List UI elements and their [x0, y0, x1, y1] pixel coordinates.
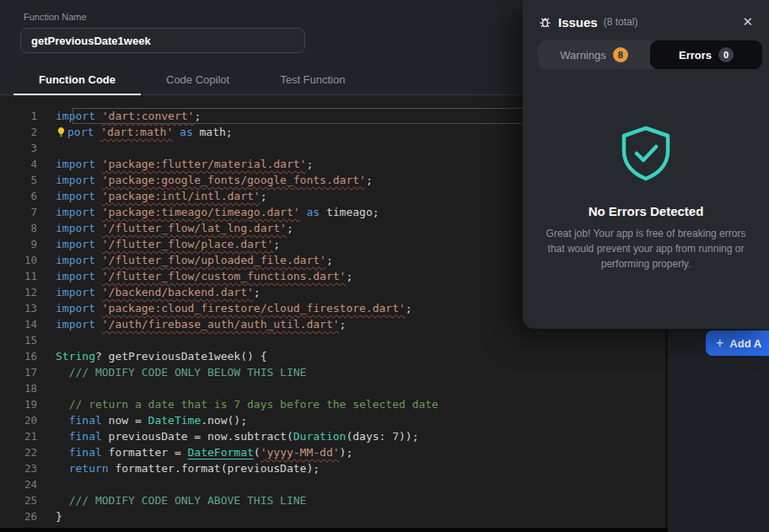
no-errors-description: Great job! Your app is free of breaking … — [541, 226, 750, 271]
line-number: 21 — [0, 428, 56, 444]
code-line[interactable]: 24 — [0, 476, 663, 492]
line-number: 5 — [0, 172, 56, 188]
close-icon[interactable]: ✕ — [738, 13, 757, 31]
function-name-input[interactable] — [20, 28, 305, 53]
bug-icon — [538, 15, 552, 30]
code-line[interactable]: 19 // return a date that is 7 days befor… — [0, 396, 663, 412]
add-button[interactable]: + Add A — [706, 330, 769, 356]
no-errors-title: No Errors Detected — [523, 204, 769, 218]
code-line[interactable]: 21 final previousDate = now.subtract(Dur… — [0, 428, 663, 444]
line-number: 7 — [0, 204, 56, 220]
code-line[interactable]: 26} — [0, 508, 663, 524]
code-line[interactable]: 22 final formatter = DateFormat('yyyy-MM… — [0, 444, 663, 460]
code-line[interactable]: 23 return formatter.format(previousDate)… — [0, 460, 663, 476]
warnings-tab[interactable]: Warnings 8 — [538, 40, 650, 69]
code-line[interactable]: 18 — [0, 380, 663, 396]
line-number: 23 — [0, 460, 56, 476]
plus-icon: + — [716, 336, 723, 350]
issues-panel: Issues (8 total) ✕ Warnings 8 Errors 0 N… — [523, 0, 769, 329]
line-number: 9 — [0, 236, 56, 252]
errors-count-badge: 0 — [718, 47, 734, 62]
line-number: 11 — [0, 268, 56, 284]
line-number: 4 — [0, 156, 56, 172]
issues-title: Issues — [558, 15, 598, 30]
line-number: 16 — [0, 348, 56, 364]
add-button-label: Add A — [729, 337, 761, 350]
line-number: 26 — [0, 508, 56, 524]
code-line[interactable]: 15 — [0, 332, 663, 348]
line-number: 8 — [0, 220, 56, 236]
line-number: 10 — [0, 252, 56, 268]
line-number: 1 — [0, 108, 56, 124]
line-number: 6 — [0, 188, 56, 204]
code-line[interactable]: 20 final now = DateTime.now(); — [0, 412, 663, 428]
warnings-label: Warnings — [560, 49, 605, 62]
shield-check-icon — [523, 123, 769, 184]
line-number: 17 — [0, 364, 56, 380]
line-number: 19 — [0, 396, 56, 412]
line-number: 20 — [0, 412, 56, 428]
issues-panel-header: Issues (8 total) ✕ — [523, 0, 769, 39]
code-line[interactable]: 16String? getPreviousDate1week() { — [0, 348, 663, 364]
code-line[interactable]: 25 /// MODIFY CODE ONLY ABOVE THIS LINE — [0, 492, 663, 508]
line-number: 15 — [0, 332, 56, 348]
line-number: 22 — [0, 444, 56, 460]
issues-total: (8 total) — [604, 16, 638, 28]
function-name-label: Function Name — [24, 12, 87, 22]
horizontal-scrollbar[interactable] — [0, 528, 668, 532]
tab-test-function[interactable]: Test Function — [255, 67, 370, 95]
tab-bar: Function Code Code Copilot Test Function — [13, 67, 370, 95]
tab-code-copilot[interactable]: Code Copilot — [141, 67, 255, 95]
line-number: 18 — [0, 380, 56, 396]
line-number: 13 — [0, 300, 56, 316]
line-number: 12 — [0, 284, 56, 300]
line-number: 2 — [0, 124, 56, 140]
line-number: 25 — [0, 492, 56, 508]
tab-function-code[interactable]: Function Code — [13, 67, 141, 95]
line-number: 3 — [0, 140, 56, 156]
line-number: 14 — [0, 316, 56, 332]
quick-fix-lightbulb-icon[interactable] — [56, 124, 67, 140]
line-number: 24 — [0, 476, 56, 492]
warnings-count-badge: 8 — [613, 47, 628, 62]
code-line[interactable]: 17 /// MODIFY CODE ONLY BELOW THIS LINE — [0, 364, 663, 380]
errors-tab[interactable]: Errors 0 — [650, 40, 762, 69]
issues-filter-toggle: Warnings 8 Errors 0 — [538, 40, 762, 69]
errors-label: Errors — [679, 49, 712, 62]
